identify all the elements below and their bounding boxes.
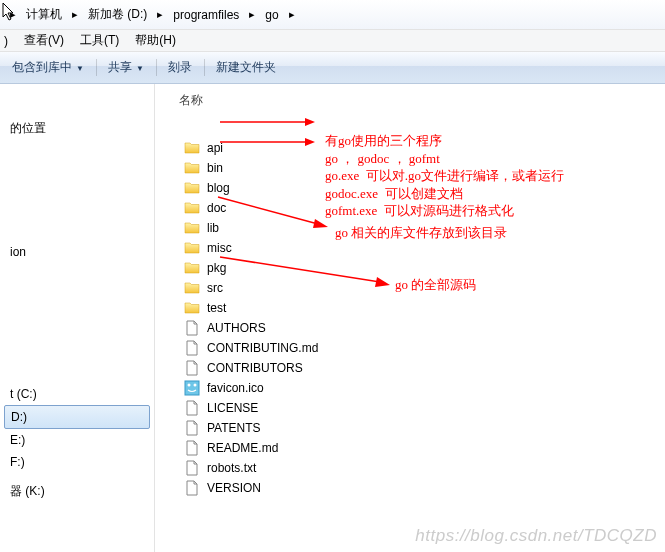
breadcrumb-separator: ▸ bbox=[4, 8, 22, 21]
column-header-name[interactable]: 名称 bbox=[179, 92, 665, 118]
folder-row[interactable]: doc bbox=[179, 198, 665, 218]
folder-row[interactable]: bin bbox=[179, 158, 665, 178]
file-name: bin bbox=[207, 161, 223, 175]
file-name: README.md bbox=[207, 441, 278, 455]
file-icon bbox=[183, 440, 201, 456]
file-name: pkg bbox=[207, 261, 226, 275]
breadcrumb-programfiles[interactable]: programfiles bbox=[169, 8, 243, 22]
file-name: CONTRIBUTORS bbox=[207, 361, 303, 375]
folder-icon bbox=[183, 220, 201, 236]
menu-view[interactable]: 查看(V) bbox=[16, 30, 72, 51]
file-icon bbox=[183, 340, 201, 356]
navigation-pane: 的位置 ion t (C:) D:) E:) F:) 器 (K:) bbox=[0, 84, 155, 552]
folder-row[interactable]: pkg bbox=[179, 258, 665, 278]
file-name: misc bbox=[207, 241, 232, 255]
file-row[interactable]: CONTRIBUTING.md bbox=[179, 338, 665, 358]
file-row[interactable]: robots.txt bbox=[179, 458, 665, 478]
image-icon bbox=[183, 380, 201, 396]
folder-icon bbox=[183, 240, 201, 256]
folder-row[interactable]: lib bbox=[179, 218, 665, 238]
breadcrumb-separator: ▸ bbox=[66, 8, 84, 21]
breadcrumb-go[interactable]: go bbox=[261, 8, 282, 22]
file-row[interactable]: AUTHORS bbox=[179, 318, 665, 338]
file-row[interactable]: README.md bbox=[179, 438, 665, 458]
file-name: lib bbox=[207, 221, 219, 235]
breadcrumb: ▸ 计算机 ▸ 新加卷 (D:) ▸ programfiles ▸ go ▸ bbox=[0, 0, 665, 30]
breadcrumb-computer[interactable]: 计算机 bbox=[22, 6, 66, 23]
sidebar-item-drive-e[interactable]: E:) bbox=[0, 429, 154, 451]
folder-row[interactable]: src bbox=[179, 278, 665, 298]
sidebar-item[interactable]: ion bbox=[0, 241, 154, 263]
svg-point-2 bbox=[194, 384, 197, 387]
svg-point-1 bbox=[188, 384, 191, 387]
file-name: blog bbox=[207, 181, 230, 195]
file-name: robots.txt bbox=[207, 461, 256, 475]
menu-help[interactable]: 帮助(H) bbox=[127, 30, 184, 51]
breadcrumb-drive-d[interactable]: 新加卷 (D:) bbox=[84, 6, 151, 23]
toolbar-share[interactable]: 共享▼ bbox=[96, 55, 156, 80]
breadcrumb-separator: ▸ bbox=[151, 8, 169, 21]
folder-row[interactable]: api bbox=[179, 138, 665, 158]
sidebar-item-drive-c[interactable]: t (C:) bbox=[0, 383, 154, 405]
file-row[interactable]: VERSION bbox=[179, 478, 665, 498]
toolbar-new-folder[interactable]: 新建文件夹 bbox=[204, 55, 288, 80]
folder-row[interactable]: misc bbox=[179, 238, 665, 258]
file-name: doc bbox=[207, 201, 226, 215]
sidebar-item-drive-f[interactable]: F:) bbox=[0, 451, 154, 473]
file-row[interactable]: favicon.ico bbox=[179, 378, 665, 398]
toolbar-burn[interactable]: 刻录 bbox=[156, 55, 204, 80]
file-name: VERSION bbox=[207, 481, 261, 495]
file-icon bbox=[183, 400, 201, 416]
file-row[interactable]: LICENSE bbox=[179, 398, 665, 418]
breadcrumb-separator: ▸ bbox=[283, 8, 301, 21]
file-row[interactable]: PATENTS bbox=[179, 418, 665, 438]
file-name: PATENTS bbox=[207, 421, 261, 435]
file-name: test bbox=[207, 301, 226, 315]
folder-icon bbox=[183, 260, 201, 276]
folder-icon bbox=[183, 140, 201, 156]
folder-icon bbox=[183, 180, 201, 196]
file-icon bbox=[183, 480, 201, 496]
sidebar-item-drive-k[interactable]: 器 (K:) bbox=[0, 479, 154, 504]
svg-marker-4 bbox=[305, 118, 315, 126]
folder-icon bbox=[183, 300, 201, 316]
sidebar-item[interactable]: 的位置 bbox=[0, 116, 154, 141]
folder-row[interactable]: test bbox=[179, 298, 665, 318]
sidebar-item-drive-d[interactable]: D:) bbox=[4, 405, 150, 429]
breadcrumb-separator: ▸ bbox=[243, 8, 261, 21]
menu-bar: ) 查看(V) 工具(T) 帮助(H) bbox=[0, 30, 665, 52]
file-name: favicon.ico bbox=[207, 381, 264, 395]
file-icon bbox=[183, 360, 201, 376]
file-list-pane: 名称 apibinblogdoclibmiscpkgsrctestAUTHORS… bbox=[155, 84, 665, 552]
folder-icon bbox=[183, 280, 201, 296]
folder-icon bbox=[183, 160, 201, 176]
file-name: LICENSE bbox=[207, 401, 258, 415]
file-icon bbox=[183, 460, 201, 476]
menu-tools[interactable]: 工具(T) bbox=[72, 30, 127, 51]
menu-truncated[interactable]: ) bbox=[0, 32, 16, 50]
svg-rect-0 bbox=[185, 381, 199, 395]
file-name: AUTHORS bbox=[207, 321, 266, 335]
folder-icon bbox=[183, 200, 201, 216]
file-icon bbox=[183, 420, 201, 436]
file-name: CONTRIBUTING.md bbox=[207, 341, 318, 355]
file-icon bbox=[183, 320, 201, 336]
toolbar: 包含到库中▼ 共享▼ 刻录 新建文件夹 bbox=[0, 52, 665, 84]
folder-row[interactable]: blog bbox=[179, 178, 665, 198]
file-name: src bbox=[207, 281, 223, 295]
file-name: api bbox=[207, 141, 223, 155]
toolbar-include-library[interactable]: 包含到库中▼ bbox=[0, 55, 96, 80]
file-row[interactable]: CONTRIBUTORS bbox=[179, 358, 665, 378]
